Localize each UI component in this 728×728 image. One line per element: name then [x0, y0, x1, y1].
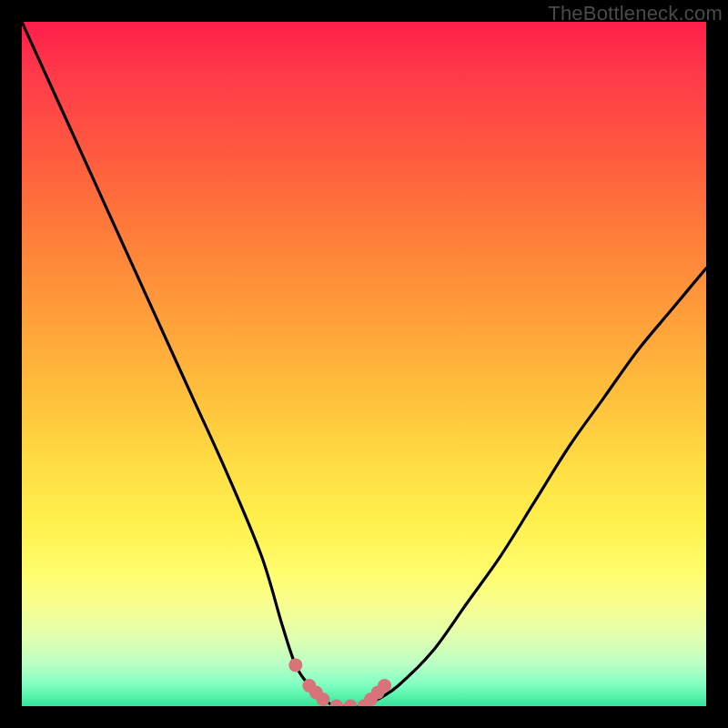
chart-frame	[22, 22, 706, 706]
curve-marker	[378, 679, 391, 693]
watermark-text: TheBottleneck.com	[548, 2, 723, 25]
plot-area	[22, 22, 706, 706]
curve-marker	[316, 693, 329, 706]
curve-marker	[343, 700, 357, 707]
bottleneck-curve	[22, 22, 706, 706]
curve-marker	[288, 658, 302, 672]
curve-marker	[329, 700, 343, 707]
